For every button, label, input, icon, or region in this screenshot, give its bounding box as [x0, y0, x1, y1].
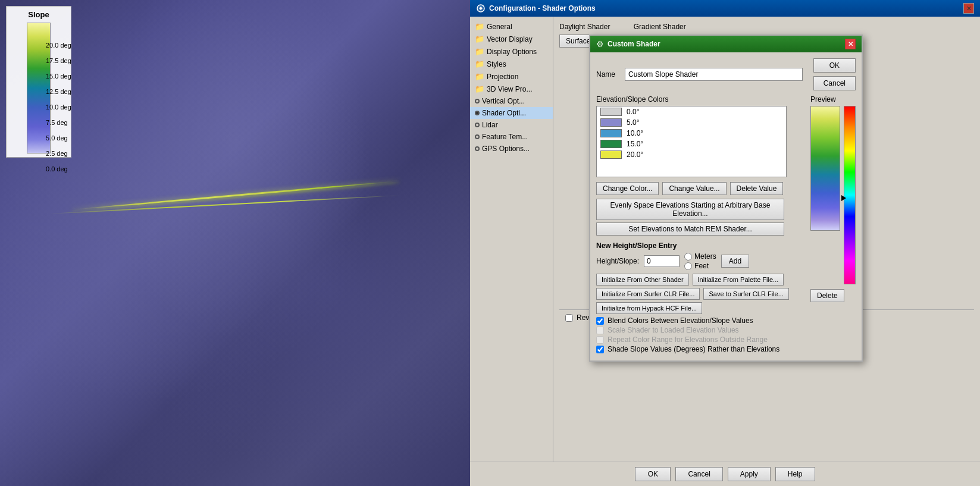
elev-swatch-3: [600, 140, 622, 148]
preview-label: Preview: [810, 95, 836, 104]
ok-button[interactable]: OK: [635, 467, 671, 481]
init-palette-button[interactable]: Initialize From Palette File...: [693, 274, 784, 286]
sidebar-label-3d: 3D View Pro...: [487, 85, 532, 93]
config-icon: [476, 4, 486, 13]
config-sidebar: 📁 General 📁 Vector Display 📁 Display Opt…: [470, 17, 553, 462]
elev-item-2[interactable]: 10.0°: [597, 128, 786, 139]
blend-colors-checkbox-row: Blend Colors Between Elevation/Slope Val…: [596, 316, 804, 325]
bottom-buttons: OK Cancel Apply Help: [470, 462, 980, 486]
dialog-cancel-button[interactable]: Cancel: [813, 76, 856, 90]
elev-swatch-4: [600, 150, 622, 159]
change-value-button[interactable]: Change Value...: [662, 182, 726, 195]
elev-value-0: 0.0°: [627, 108, 639, 116]
new-entry-section: New Height/Slope Entry Height/Slope: Met…: [596, 242, 804, 270]
config-panel: Configuration - Shader Options ✕ 📁 Gener…: [470, 0, 980, 486]
close-button[interactable]: ✕: [963, 3, 974, 14]
evenly-space-button[interactable]: Evenly Space Elevations Starting at Arbi…: [596, 199, 784, 220]
name-input[interactable]: [625, 68, 803, 81]
sidebar-item-projection[interactable]: 📁 Projection: [470, 70, 553, 83]
legend-label-0: 20.0 deg: [46, 42, 71, 49]
sidebar-item-feature[interactable]: Feature Tem...: [470, 131, 553, 143]
legend-label-2: 15.0 deg: [46, 73, 71, 80]
elev-value-3: 15.0°: [627, 140, 643, 148]
left-column: Elevation/Slope Colors 0.0° 5.0°: [596, 95, 804, 355]
set-elevations-button[interactable]: Set Elevations to Match REM Shader...: [596, 222, 784, 236]
elev-item-0[interactable]: 0.0°: [597, 106, 786, 117]
elev-action-buttons: Change Color... Change Value... Delete V…: [596, 182, 804, 195]
sidebar-item-vector-display[interactable]: 📁 Vector Display: [470, 33, 553, 45]
sidebar-label-feature: Feature Tem...: [482, 133, 528, 141]
legend-wrap: 20.0 deg 17.5 deg 15.0 deg 12.5 deg 10.0…: [11, 23, 66, 153]
titlebar-left: Configuration - Shader Options: [476, 4, 596, 13]
sidebar-item-display-options[interactable]: 📁 Display Options: [470, 45, 553, 58]
sidebar-label-styles: Styles: [487, 60, 506, 68]
init-hypack-button[interactable]: Initialize from Hypack HCF File...: [596, 302, 702, 314]
name-row: Name OK Cancel: [596, 58, 856, 90]
config-main: Daylight Shader Surface Color... Gradien…: [553, 17, 980, 462]
blend-colors-checkbox[interactable]: [596, 317, 604, 325]
sidebar-item-lidar[interactable]: Lidar: [470, 119, 553, 131]
height-slope-input[interactable]: [644, 255, 680, 267]
cancel-button[interactable]: Cancel: [675, 467, 722, 481]
sidebar-item-vertical[interactable]: Vertical Opt...: [470, 95, 553, 107]
dialog-titlebar: ⚙ Custom Shader ✕: [590, 36, 862, 52]
sidebar-item-general[interactable]: 📁 General: [470, 20, 553, 33]
dialog-ok-button[interactable]: OK: [813, 58, 856, 73]
shade-slope-label: Shade Slope Values (Degrees) Rather than…: [608, 345, 779, 353]
feet-radio-label[interactable]: Feet: [684, 262, 716, 270]
bullet-icon-lidar: [475, 123, 480, 127]
folder-icon-6: 📁: [475, 84, 484, 93]
reverse-colors-checkbox[interactable]: [565, 314, 573, 322]
init-surfer-button[interactable]: Initialize From Surfer CLR File...: [596, 288, 700, 300]
dialog-title-left: ⚙ Custom Shader: [596, 39, 660, 49]
legend-label-3: 12.5 deg: [46, 88, 71, 95]
apply-button[interactable]: Apply: [728, 467, 771, 481]
legend-label-5: 7.5 deg: [46, 119, 71, 126]
scale-shader-checkbox: [596, 327, 604, 334]
elev-item-1[interactable]: 5.0°: [597, 117, 786, 128]
sidebar-label-display: Display Options: [487, 48, 537, 56]
sidebar-label-shader: Shader Opti...: [482, 109, 526, 117]
folder-icon-2: 📁: [475, 35, 484, 43]
sidebar-label-vertical: Vertical Opt...: [482, 97, 525, 105]
dialog-body: Name OK Cancel Elevation/Slope Colors: [590, 52, 862, 360]
elevation-section: Elevation/Slope Colors 0.0° 5.0°: [596, 95, 804, 177]
dialog-title: Custom Shader: [608, 40, 660, 48]
legend-labels: 20.0 deg 17.5 deg 15.0 deg 12.5 deg 10.0…: [46, 42, 71, 173]
sidebar-item-shader[interactable]: Shader Opti...: [470, 107, 553, 119]
change-color-button[interactable]: Change Color...: [596, 182, 659, 195]
delete-button-right[interactable]: Delete: [810, 289, 844, 302]
bullet-icon-vertical: [475, 99, 480, 104]
scale-shader-checkbox-row: Scale Shader to Loaded Elevation Values: [596, 326, 804, 334]
help-button[interactable]: Help: [775, 467, 815, 481]
elev-swatch-2: [600, 129, 622, 137]
add-button[interactable]: Add: [721, 255, 749, 268]
folder-icon-3: 📁: [475, 47, 484, 56]
sidebar-label-general: General: [487, 23, 512, 31]
feet-radio[interactable]: [684, 262, 692, 270]
legend-label-8: 0.0 deg: [46, 165, 71, 173]
delete-value-button[interactable]: Delete Value: [730, 182, 784, 195]
shade-slope-checkbox[interactable]: [596, 346, 604, 353]
elev-item-4[interactable]: 20.0°: [597, 149, 786, 160]
elev-value-4: 20.0°: [627, 150, 643, 159]
save-surfer-button[interactable]: Save to Surfer CLR File...: [703, 288, 788, 300]
sidebar-item-styles[interactable]: 📁 Styles: [470, 58, 553, 70]
bullet-icon-feature: [475, 134, 480, 139]
init-other-button[interactable]: Initialize From Other Shader: [596, 274, 689, 286]
preview-column: Preview Delete: [810, 95, 856, 355]
dialog-close-button[interactable]: ✕: [845, 39, 856, 49]
meters-radio[interactable]: [684, 253, 692, 261]
sidebar-item-3d[interactable]: 📁 3D View Pro...: [470, 83, 553, 95]
sidebar-item-gps[interactable]: GPS Options...: [470, 143, 553, 155]
new-entry-row: Height/Slope: Meters: [596, 252, 804, 270]
legend-title: Slope: [11, 10, 66, 19]
meters-radio-label[interactable]: Meters: [684, 252, 716, 261]
bullet-icon-shader: [475, 111, 480, 115]
init-buttons-row1: Initialize From Other Shader Initialize …: [596, 274, 804, 286]
elev-item-3[interactable]: 15.0°: [597, 139, 786, 149]
new-entry-label: New Height/Slope Entry: [596, 242, 804, 250]
scale-shader-label: Scale Shader to Loaded Elevation Values: [608, 326, 739, 334]
elevation-list[interactable]: 0.0° 5.0° 10.0°: [596, 106, 787, 177]
repeat-color-checkbox-row: Repeat Color Range for Elevations Outsid…: [596, 336, 804, 344]
